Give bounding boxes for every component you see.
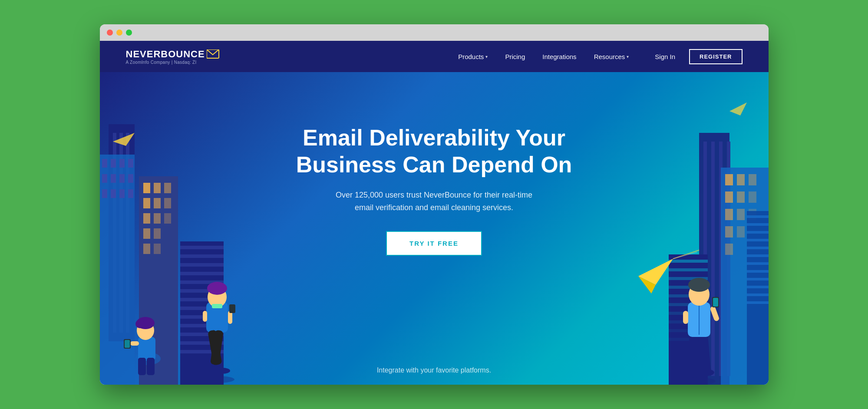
- traffic-light-yellow[interactable]: [116, 30, 122, 36]
- hero-content: Email Deliverability Your Business Can D…: [100, 72, 769, 282]
- svg-point-66: [200, 363, 215, 369]
- nav-right: Sign In REGISTER: [655, 49, 742, 64]
- try-free-button[interactable]: TRY IT FREE: [386, 231, 482, 256]
- nav-item-products[interactable]: Products ▾: [458, 53, 488, 60]
- svg-rect-97: [747, 286, 769, 288]
- svg-rect-51: [130, 341, 139, 346]
- svg-rect-98: [747, 294, 769, 296]
- nav-item-pricing[interactable]: Pricing: [505, 53, 525, 60]
- svg-point-50: [135, 320, 144, 328]
- nav-link-products[interactable]: Products ▾: [458, 53, 488, 60]
- svg-rect-55: [147, 358, 155, 375]
- svg-rect-54: [138, 358, 146, 375]
- hero-subtitle: Over 125,000 users trust NeverBounce for…: [326, 189, 543, 214]
- logo-subtitle: A ZoomInfo Company | Nasdaq: ZI: [126, 60, 220, 65]
- svg-rect-127: [713, 298, 718, 307]
- integrate-text: Integrate with your favorite platforms.: [377, 366, 491, 374]
- svg-point-120: [697, 369, 714, 376]
- traffic-light-red[interactable]: [107, 30, 113, 36]
- browser-body: NEVERBOUNCE A ZoomInfo Company | Nasdaq:…: [100, 41, 769, 385]
- logo-envelope-icon: [207, 49, 220, 59]
- svg-rect-60: [212, 304, 222, 308]
- nav-link-integrations[interactable]: Integrations: [542, 53, 576, 60]
- nav-links: Products ▾ Pricing Integrations: [458, 53, 629, 60]
- nav-item-resources[interactable]: Resources ▾: [594, 53, 629, 60]
- browser-chrome: [100, 24, 769, 41]
- svg-rect-47: [138, 337, 155, 361]
- svg-rect-62: [229, 304, 235, 313]
- logo[interactable]: NEVERBOUNCE: [126, 49, 220, 60]
- svg-rect-63: [203, 311, 207, 322]
- nav-link-resources[interactable]: Resources ▾: [594, 53, 629, 60]
- browser-window: NEVERBOUNCE A ZoomInfo Company | Nasdaq:…: [100, 24, 769, 385]
- svg-rect-128: [683, 311, 688, 324]
- svg-point-59: [207, 282, 227, 295]
- navbar: NEVERBOUNCE A ZoomInfo Company | Nasdaq:…: [100, 41, 769, 72]
- svg-point-67: [215, 368, 230, 374]
- resources-chevron-icon: ▾: [627, 54, 629, 59]
- nav-item-integrations[interactable]: Integrations: [542, 53, 576, 60]
- hero-section: Email Deliverability Your Business Can D…: [100, 72, 769, 385]
- sign-in-link[interactable]: Sign In: [655, 53, 675, 60]
- svg-rect-99: [747, 301, 769, 304]
- products-chevron-icon: ▾: [485, 54, 488, 59]
- traffic-light-green[interactable]: [126, 30, 132, 36]
- register-button[interactable]: REGISTER: [689, 49, 742, 64]
- nav-link-pricing[interactable]: Pricing: [505, 53, 525, 60]
- svg-point-116: [683, 378, 716, 385]
- svg-rect-53: [125, 340, 130, 348]
- logo-area: NEVERBOUNCE A ZoomInfo Company | Nasdaq:…: [126, 49, 220, 65]
- hero-title: Email Deliverability Your Business Can D…: [278, 124, 591, 178]
- svg-point-56: [200, 376, 234, 383]
- logo-text: NEVERBOUNCE: [126, 49, 205, 60]
